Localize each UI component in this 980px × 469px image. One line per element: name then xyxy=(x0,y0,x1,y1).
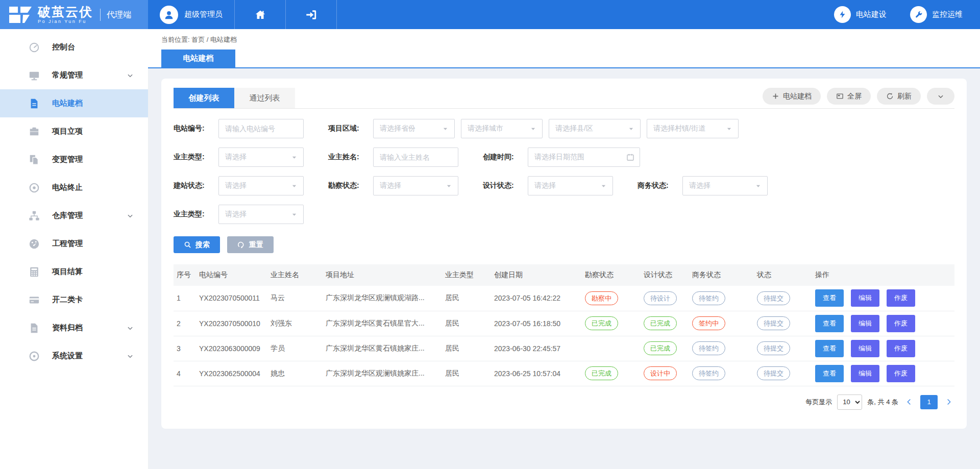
monitor-icon xyxy=(29,70,40,81)
build-status-select[interactable]: 请选择 xyxy=(218,176,304,195)
refresh-label: 刷新 xyxy=(897,92,912,101)
cell-station-code: YX2023070500010 xyxy=(196,311,267,336)
user-name: 超级管理员 xyxy=(184,10,223,19)
col-survey-status: 勘察状态 xyxy=(582,264,641,286)
owner-name-input[interactable] xyxy=(373,147,458,167)
search-icon xyxy=(184,241,191,249)
cell-owner-type: 居民 xyxy=(442,286,491,311)
total-count-label: 条, 共 4 条 xyxy=(867,398,898,407)
page-tab-station-archive[interactable]: 电站建档 xyxy=(161,50,235,67)
breadcrumb: 当前位置: 首页 / 电站建档 xyxy=(148,29,980,50)
lightning-icon xyxy=(834,6,851,23)
create-time-range-input[interactable]: 请选择日期范围 xyxy=(528,147,640,167)
invalidate-button[interactable]: 作废 xyxy=(887,289,915,307)
nav-monitor-ops[interactable]: 监控运维 xyxy=(910,6,963,23)
owner-type-select[interactable]: 请选择 xyxy=(218,147,304,167)
table-row: 1 YX2023070500011 马云 广东深圳龙华区观澜镇观湖路... 居民… xyxy=(174,286,954,311)
tab-create-list[interactable]: 创建列表 xyxy=(174,88,234,108)
add-station-button[interactable]: 电站建档 xyxy=(763,88,821,105)
cell-index: 2 xyxy=(174,311,196,336)
nav-station-build[interactable]: 电站建设 xyxy=(834,6,887,23)
caret-down-icon xyxy=(291,212,297,217)
reset-button[interactable]: 重置 xyxy=(227,236,274,253)
filter-panel: 电站编号: 项目区域: 请选择省份 请选择城市 请选择县/区 请选择村镇/街道 xyxy=(174,119,954,224)
col-address: 项目地址 xyxy=(323,264,442,286)
sidebar-item-change-mgmt[interactable]: 变更管理 xyxy=(0,145,148,174)
col-station-code: 电站编号 xyxy=(196,264,267,286)
col-owner-type: 业主类型 xyxy=(442,264,491,286)
page-number-1[interactable]: 1 xyxy=(920,395,938,409)
invalidate-button[interactable]: 作废 xyxy=(887,340,915,357)
bank-card-icon xyxy=(29,294,40,306)
invalidate-button[interactable]: 作废 xyxy=(887,315,915,332)
cell-owner-name: 姚忠 xyxy=(267,361,323,386)
search-button[interactable]: 搜索 xyxy=(174,236,220,253)
status-badge: 待提交 xyxy=(757,316,790,330)
build-status-label: 建站状态: xyxy=(174,181,218,190)
sidebar-item-general-mgmt[interactable]: 常规管理 xyxy=(0,61,148,89)
city-select[interactable]: 请选择城市 xyxy=(461,119,543,138)
status-badge: 设计中 xyxy=(644,366,677,380)
nav-monitor-ops-label: 监控运维 xyxy=(932,10,963,19)
sidebar-item-console[interactable]: 控制台 xyxy=(0,33,148,61)
add-station-label: 电站建档 xyxy=(783,92,812,101)
caret-down-icon xyxy=(443,126,448,132)
status-badge: 待提交 xyxy=(757,366,790,380)
logout-button[interactable] xyxy=(286,0,337,29)
cell-station-code: YX2023062500004 xyxy=(196,361,267,386)
business-status-label: 商务状态: xyxy=(638,181,682,190)
status-badge: 待提交 xyxy=(757,291,790,305)
table-row: 2 YX2023070500010 刘强东 广东深圳龙华区黄石镇星官大... 居… xyxy=(174,311,954,336)
prev-page-button[interactable] xyxy=(903,398,915,406)
breadcrumb-path[interactable]: 首页 / 电站建档 xyxy=(191,36,237,43)
sidebar-item-station-termination[interactable]: 电站终止 xyxy=(0,174,148,202)
cell-owner-name: 刘强东 xyxy=(267,311,323,336)
fullscreen-button[interactable]: 全屏 xyxy=(827,88,871,105)
sidebar-item-open-card[interactable]: 开二类卡 xyxy=(0,286,148,314)
sidebar-item-data-archive[interactable]: 资料归档 xyxy=(0,314,148,342)
next-page-button[interactable] xyxy=(943,398,954,406)
nav-station-build-label: 电站建设 xyxy=(856,10,887,19)
per-page-select[interactable]: 10 xyxy=(837,394,862,410)
view-button[interactable]: 查看 xyxy=(815,340,844,357)
document-icon xyxy=(29,98,40,109)
sidebar-item-project-settlement[interactable]: 项目结算 xyxy=(0,258,148,286)
target-icon xyxy=(29,182,40,193)
sidebar-item-system-settings[interactable]: 系统设置 xyxy=(0,342,148,370)
design-status-select[interactable]: 请选择 xyxy=(528,176,613,195)
owner-type2-select[interactable]: 请选择 xyxy=(218,205,304,224)
design-status-label: 设计状态: xyxy=(483,181,528,190)
business-status-select[interactable]: 请选择 xyxy=(682,176,768,195)
sidebar-item-station-archive[interactable]: 电站建档 xyxy=(0,89,148,117)
town-select[interactable]: 请选择村镇/街道 xyxy=(647,119,739,138)
sidebar-item-label: 控制台 xyxy=(52,42,134,52)
province-select[interactable]: 请选择省份 xyxy=(373,119,455,138)
county-select[interactable]: 请选择县/区 xyxy=(549,119,641,138)
sidebar-item-warehouse-mgmt[interactable]: 仓库管理 xyxy=(0,202,148,230)
cell-index: 4 xyxy=(174,361,196,386)
edit-button[interactable]: 编辑 xyxy=(851,315,879,332)
caret-down-icon xyxy=(601,183,606,189)
refresh-button[interactable]: 刷新 xyxy=(877,88,921,105)
reset-label: 重置 xyxy=(249,240,263,250)
station-code-input[interactable] xyxy=(218,119,304,138)
edit-button[interactable]: 编辑 xyxy=(851,289,879,307)
sidebar-item-label: 项目立项 xyxy=(52,127,134,136)
sidebar: 控制台 常规管理 电站建档 项目立项 xyxy=(0,29,148,469)
collapse-toolbar-button[interactable] xyxy=(927,88,954,105)
tab-passed-list[interactable]: 通过列表 xyxy=(234,88,295,108)
view-button[interactable]: 查看 xyxy=(815,365,844,382)
home-button[interactable] xyxy=(235,0,286,29)
chevron-down-icon xyxy=(127,353,134,360)
sidebar-item-engineering-mgmt[interactable]: 工程管理 xyxy=(0,230,148,258)
edit-button[interactable]: 编辑 xyxy=(851,365,879,382)
view-button[interactable]: 查看 xyxy=(815,315,844,332)
cell-owner-type: 居民 xyxy=(442,361,491,386)
invalidate-button[interactable]: 作废 xyxy=(887,365,915,382)
view-button[interactable]: 查看 xyxy=(815,289,844,307)
survey-status-select[interactable]: 请选择 xyxy=(373,176,458,195)
edit-button[interactable]: 编辑 xyxy=(851,340,879,357)
station-archive-card: 创建列表 通过列表 电站建档 全屏 刷新 xyxy=(161,79,967,429)
user-menu[interactable]: 超级管理员 xyxy=(148,0,235,29)
sidebar-item-project-initiation[interactable]: 项目立项 xyxy=(0,117,148,145)
